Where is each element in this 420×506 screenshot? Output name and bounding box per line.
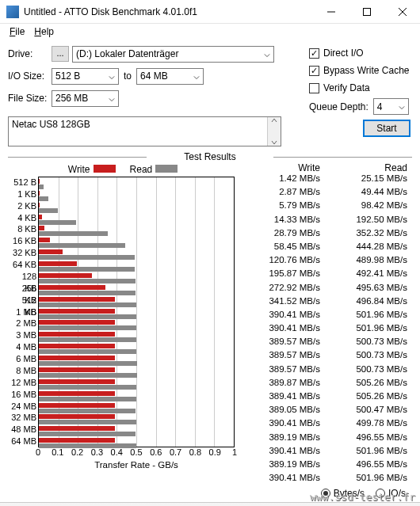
table-row: 389.19 MB/s496.55 MB/s [238, 432, 412, 446]
table-row: 389.57 MB/s500.73 MB/s [238, 350, 412, 363]
device-textarea[interactable]: Netac US8 128GB [8, 116, 281, 146]
chevron-down-icon [109, 72, 115, 83]
drive-browse-button[interactable]: ... [52, 46, 69, 62]
queue-depth-label: Queue Depth: [309, 101, 368, 112]
col-read: Read [325, 162, 412, 173]
table-row: 390.41 MB/s501.96 MB/s [238, 323, 412, 337]
table-row: 14.33 MB/s192.50 MB/s [238, 215, 412, 228]
queue-depth-select[interactable]: 4 [373, 98, 409, 115]
maximize-button[interactable] [349, 0, 384, 23]
watermark: www.ssd-tester.fr [310, 491, 415, 503]
menu-help[interactable]: Help [29, 26, 59, 37]
table-row: 5.79 MB/s98.42 MB/s [238, 200, 412, 214]
col-write: Write [238, 162, 325, 173]
bypass-cache-checkbox[interactable]: Bypass Write Cache [309, 62, 412, 79]
table-row: 195.87 MB/s492.41 MB/s [238, 268, 412, 282]
table-row: 390.41 MB/s499.78 MB/s [238, 418, 412, 432]
start-button[interactable]: Start [363, 120, 410, 137]
x-axis-title: Transfer Rate - GB/s [38, 460, 235, 470]
close-button[interactable] [384, 0, 420, 23]
table-row: 389.87 MB/s505.26 MB/s [238, 378, 412, 391]
verify-data-checkbox[interactable]: Verify Data [309, 79, 412, 97]
to-label: to [124, 70, 132, 82]
results-header: Test Results [8, 151, 412, 162]
table-row: 120.76 MB/s489.98 MB/s [238, 255, 412, 268]
table-row: 1.42 MB/s25.15 MB/s [238, 173, 412, 187]
window-title: Untitled - ATTO Disk Benchmark 4.01.0f1 [24, 6, 313, 17]
svg-rect-1 [363, 8, 370, 15]
iosize-from-select[interactable]: 512 B [52, 68, 119, 85]
drive-label: Drive: [8, 48, 52, 59]
table-row: 28.79 MB/s352.32 MB/s [238, 228, 412, 242]
bar-chart: 00.10.20.30.40.50.60.70.80.91 Transfer R… [8, 177, 238, 470]
drive-select[interactable]: (D:) Lokaler Datenträger [72, 46, 274, 63]
scrollbar[interactable] [267, 117, 281, 146]
table-row: 389.19 MB/s496.55 MB/s [238, 459, 412, 473]
footer: ATTO Storage and Network Connectivity Ex… [0, 502, 420, 506]
results-table: 1.42 MB/s25.15 MB/s2.87 MB/s49.44 MB/s5.… [238, 173, 412, 486]
drive-value: (D:) Lokaler Datenträger [76, 48, 178, 59]
table-row: 272.92 MB/s495.63 MB/s [238, 283, 412, 296]
chevron-down-icon [109, 94, 115, 105]
filesize-label: File Size: [8, 93, 52, 104]
table-row: 2.87 MB/s49.44 MB/s [238, 187, 412, 200]
chevron-down-icon [271, 139, 277, 146]
table-row: 389.57 MB/s500.73 MB/s [238, 364, 412, 378]
chevron-down-icon [399, 102, 405, 113]
table-row: 389.05 MB/s500.47 MB/s [238, 405, 412, 418]
table-row: 389.57 MB/s500.73 MB/s [238, 337, 412, 350]
direct-io-checkbox[interactable]: Direct I/O [309, 44, 412, 62]
filesize-select[interactable]: 256 MB [52, 90, 119, 107]
iosize-to-select[interactable]: 64 MB [136, 68, 204, 85]
minimize-button[interactable] [313, 0, 349, 23]
menu-file[interactable]: File [5, 26, 29, 37]
table-row: 390.41 MB/s501.96 MB/s [238, 310, 412, 323]
chevron-down-icon [193, 72, 200, 83]
table-row: 58.45 MB/s444.28 MB/s [238, 242, 412, 255]
app-icon [6, 6, 19, 18]
table-row: 390.41 MB/s501.96 MB/s [238, 446, 412, 459]
chevron-down-icon [264, 50, 270, 61]
chart-legend: Write Read [8, 162, 238, 177]
table-row: 341.52 MB/s496.84 MB/s [238, 296, 412, 310]
chevron-up-icon [271, 117, 277, 124]
iosize-label: I/O Size: [8, 70, 52, 82]
table-row: 389.41 MB/s505.26 MB/s [238, 391, 412, 405]
table-row: 390.41 MB/s501.96 MB/s [238, 473, 412, 486]
